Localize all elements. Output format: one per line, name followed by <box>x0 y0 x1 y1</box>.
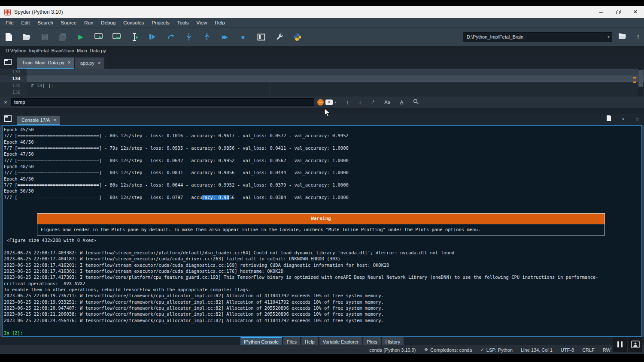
tab-plots[interactable]: Plots <box>363 337 380 345</box>
line-number: 135 <box>0 82 27 89</box>
browse-working-directory-button[interactable] <box>618 33 627 41</box>
menu-run[interactable]: Run <box>80 19 97 27</box>
debug-file-button[interactable] <box>148 31 158 42</box>
line-number: 134 <box>0 75 27 82</box>
run-selection-button[interactable] <box>130 31 140 42</box>
whole-words-toggle-button[interactable]: A <box>400 100 403 105</box>
menu-view[interactable]: View <box>193 19 211 27</box>
run-cell-advance-icon <box>112 33 122 41</box>
warning-box: Warning Figures now render in the Plots … <box>37 213 605 235</box>
lsp-status[interactable]: ✓ LSP: Python <box>480 347 513 353</box>
log-line: 2023-06-25 22:08:17.403382: W tensorflow… <box>4 250 620 256</box>
open-file-button[interactable] <box>21 31 32 42</box>
editor-line-134-current: 134 <box>0 75 644 82</box>
console-line: Epoch 48/50 <box>4 163 620 169</box>
menu-source[interactable]: Source <box>57 19 80 27</box>
step-into-button[interactable] <box>184 31 194 42</box>
interrupt-kernel-button[interactable]: ■ <box>623 117 625 121</box>
menu-projects[interactable]: Projects <box>148 19 173 27</box>
menu-search[interactable]: Search <box>33 19 57 27</box>
stop-debug-button[interactable]: ■ <box>238 31 248 42</box>
line-number: 133 <box>0 69 27 75</box>
conda-env-status[interactable]: conda (Python 3.10.9) <box>369 347 416 353</box>
preferences-button[interactable] <box>274 31 284 42</box>
scrollbar-warning-marker <box>633 77 636 78</box>
selected-text: racy: 0.98 <box>202 195 229 200</box>
maximize-pane-button[interactable] <box>256 31 266 42</box>
browse-tabs-icon[interactable] <box>4 59 12 65</box>
menu-debug[interactable]: Debug <box>97 19 119 27</box>
permissions-status: RW <box>603 347 611 353</box>
completions-status[interactable]: ❖ Completions: conda <box>424 347 472 353</box>
close-icon[interactable]: × <box>53 117 56 123</box>
menu-help[interactable]: Help <box>211 19 229 27</box>
run-file-button[interactable]: ▶ <box>76 31 86 42</box>
tab-app-py[interactable]: app.py × <box>75 57 104 69</box>
input-prompt[interactable]: In [2]: <box>4 330 620 336</box>
no-matches-icon: – <box>317 99 324 106</box>
code-editor[interactable]: 133 134 135 # In[ ]: 136 <box>0 69 644 97</box>
find-input[interactable] <box>11 98 314 106</box>
screen: Spyder (Python 3.10) – × File Edit Searc… <box>0 0 644 362</box>
search-history-dropdown-icon[interactable]: ▾ <box>334 100 336 104</box>
tab-help[interactable]: Help <box>301 337 318 345</box>
tab-history[interactable]: History <box>382 337 404 345</box>
restore-button[interactable] <box>610 6 627 18</box>
minimize-button[interactable]: – <box>592 6 610 18</box>
tab-ipython-console[interactable]: IPython Console <box>240 337 282 345</box>
close-icon[interactable]: × <box>98 60 101 66</box>
tab-label: app.py <box>80 60 94 66</box>
toolbar-right: ↑ <box>618 33 640 41</box>
find-previous-button[interactable]: ↑ <box>346 99 349 106</box>
console-line-with-selection: 7/7 [==============================] - 8… <box>4 194 620 200</box>
log-line: 2023-06-25 22:08:20.947407: W tensorflow… <box>4 305 620 311</box>
close-find-icon[interactable]: × <box>0 99 11 106</box>
console-tab[interactable]: Console 17/A × <box>17 116 60 125</box>
python-env-button[interactable] <box>292 31 302 42</box>
menu-consoles[interactable]: Consoles <box>119 19 148 27</box>
tab-train-main-data[interactable]: Train_Main_Data.py × <box>17 57 74 69</box>
console-line: 7/7 [==============================] - 8… <box>4 182 620 188</box>
continue-execution-button[interactable]: ▶▶ <box>220 31 230 42</box>
case-sensitive-toggle-button[interactable]: Aa <box>384 100 390 105</box>
step-out-button[interactable] <box>202 31 212 42</box>
menu-tools[interactable]: Tools <box>173 19 193 27</box>
pause-icon <box>617 341 623 347</box>
run-cell-button[interactable] <box>94 31 104 42</box>
menu-edit[interactable]: Edit <box>18 19 34 27</box>
tab-files[interactable]: Files <box>283 337 300 345</box>
save-button[interactable] <box>39 31 50 42</box>
regex-toggle-button[interactable]: .* <box>371 100 374 105</box>
editor-scrollbar-handle[interactable] <box>638 70 643 87</box>
menu-file[interactable]: File <box>2 19 18 27</box>
pause-recording-button[interactable] <box>613 337 627 352</box>
save-all-button[interactable] <box>58 31 68 42</box>
main-toolbar: ▶ <box>0 28 644 46</box>
parent-directory-button[interactable]: ↑ <box>636 33 640 41</box>
inspect-console-button[interactable] <box>606 115 611 123</box>
debug-continue-button[interactable] <box>166 31 176 42</box>
webcam-toggle-button[interactable] <box>628 337 642 352</box>
editor-tab-bar: Train_Main_Data.py × app.py × <box>0 55 644 69</box>
menu-bar: File Edit Search Source Run Debug Consol… <box>0 18 644 28</box>
restore-icon <box>616 9 621 15</box>
working-directory-dropdown[interactable]: ▾ <box>605 33 612 41</box>
figure-line: <Figure size 432x288 with 0 Axes> <box>4 237 620 243</box>
save-icon <box>41 33 49 41</box>
pane-splitter[interactable] <box>0 108 644 114</box>
new-file-button[interactable] <box>3 31 14 42</box>
spyder-window: Spyder (Python 3.10) – × File Edit Searc… <box>0 6 644 354</box>
ipython-console[interactable]: Epoch 45/50 7/7 [=======================… <box>2 125 642 337</box>
recorder-overlay <box>613 337 642 352</box>
working-directory-combo[interactable]: D:\Python_Imp\Fetal_Brain ▾ <box>463 32 612 42</box>
tab-variable-explorer[interactable]: Variable Explorer <box>319 337 362 345</box>
browse-folder-icon <box>618 33 627 39</box>
run-cell-advance-button[interactable] <box>112 31 122 42</box>
close-button[interactable]: × <box>627 6 644 18</box>
browse-tabs-icon[interactable] <box>4 115 12 122</box>
find-in-files-button[interactable] <box>413 99 419 106</box>
bottom-pane-tabs: IPython Console Files Help Variable Expl… <box>0 337 644 345</box>
close-icon[interactable]: × <box>68 60 71 66</box>
find-next-button[interactable]: ↓ <box>359 99 362 106</box>
clear-search-icon[interactable]: × <box>325 100 333 105</box>
